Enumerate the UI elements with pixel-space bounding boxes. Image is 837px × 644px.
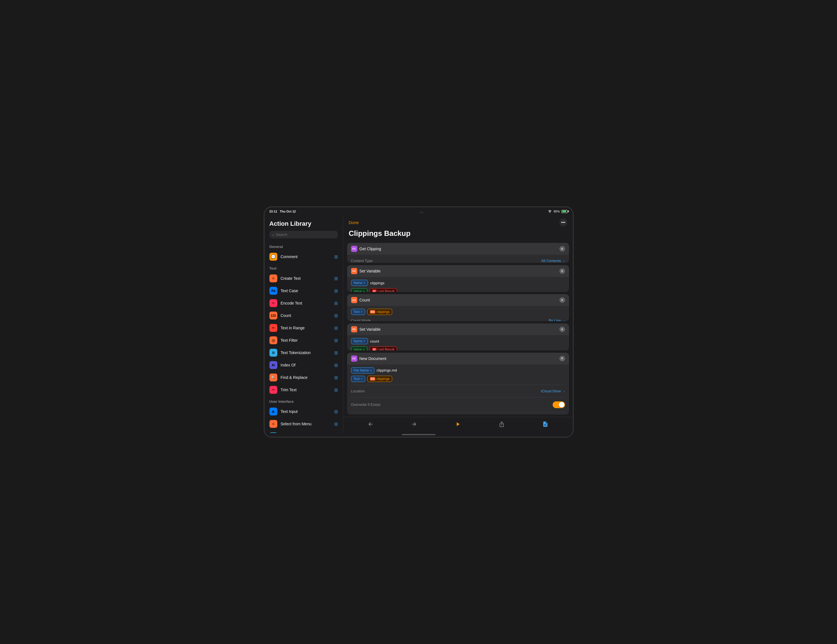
back-button[interactable] xyxy=(366,420,375,429)
value-tag-2: Value > xyxy=(351,346,368,350)
action-card-get-clipping: FX Get Clipping ✕ Content Type All Conte… xyxy=(347,243,569,263)
count-mode-value[interactable]: By Line ⌄ xyxy=(549,318,565,321)
sidebar-item-text-case[interactable]: Aa Text Case ⊞ xyxy=(264,285,343,297)
g-badge-1: G xyxy=(372,290,376,292)
text-tag-2: Text > xyxy=(351,376,365,382)
add-icon-10: ⊞ xyxy=(334,375,338,380)
text-case-label: Text Case xyxy=(281,288,331,293)
more-button[interactable]: ••• xyxy=(560,218,567,226)
set-var-1-close[interactable]: ✕ xyxy=(560,268,565,274)
sidebar-item-comment[interactable]: 💬 Comment ⊞ xyxy=(264,251,343,263)
action-card-new-document: FX New Document ✕ File Name > clippings.… xyxy=(347,353,569,415)
overwrite-toggle[interactable] xyxy=(553,401,565,408)
last-result-label-2: Last Result xyxy=(377,347,394,350)
new-document-close[interactable]: ✕ xyxy=(560,356,565,361)
content-type-value[interactable]: All Contents ⌄ xyxy=(541,259,565,263)
set-var-2-value-row: Value > G Last Result xyxy=(351,346,565,350)
status-time: 23:11 Thu Oct 12 xyxy=(269,210,296,213)
panel-header: Done ••• xyxy=(343,216,573,229)
bottom-toolbar xyxy=(343,417,573,433)
right-panel: Done ••• Clippings Backup FX Get Clippin… xyxy=(343,216,573,433)
play-button[interactable] xyxy=(453,420,463,429)
set-variable-2-body: Name > count Value > G Last Result xyxy=(347,335,569,350)
index-of-label: Index Of xyxy=(281,363,331,367)
text-input-label: Text Input xyxy=(281,409,331,414)
sidebar-header: Action Library ⌕ xyxy=(264,216,343,241)
set-var-2-name-row: Name > count xyxy=(351,338,565,344)
add-icon-4: ⊞ xyxy=(334,301,338,306)
count-text-row: Text > FX clippings xyxy=(351,309,565,315)
count-close[interactable]: ✕ xyxy=(560,297,565,303)
get-clipping-body: Content Type All Contents ⌄ xyxy=(347,255,569,263)
section-label-general: General xyxy=(264,241,343,251)
count-mode-label: Count Mode xyxy=(351,318,371,321)
text-case-icon: Aa xyxy=(269,287,277,295)
comment-label: Comment xyxy=(281,254,331,259)
sidebar-item-text-in-range[interactable]: ✏ Text in Range ⊞ xyxy=(264,322,343,334)
section-label-text: Text xyxy=(264,263,343,272)
create-text-label: Create Text xyxy=(281,276,331,280)
clippings-value: clippings xyxy=(370,281,384,285)
forward-button[interactable] xyxy=(409,420,419,429)
get-clipping-name: Get Clipping xyxy=(359,247,557,251)
clippings-tag-label: clippings xyxy=(376,310,390,314)
set-var-2-close[interactable]: ✕ xyxy=(560,326,565,332)
get-clipping-close[interactable]: ✕ xyxy=(560,246,565,252)
clippings-tag-label-2: clippings xyxy=(376,377,390,381)
count-action-name: Count xyxy=(359,298,557,302)
find-replace-label: Find & Replace xyxy=(281,375,331,380)
filename-value: clippings.md xyxy=(377,368,397,372)
fx-badge-2: FX xyxy=(370,377,376,380)
panel-title: Clippings Backup xyxy=(343,229,573,241)
battery-percentage: 80% xyxy=(553,210,560,213)
set-var-1-icon-text: FX xyxy=(353,270,356,272)
add-icon-11: ⊞ xyxy=(334,387,338,393)
new-document-name: New Document xyxy=(359,356,557,361)
find-replace-icon: 🔍 xyxy=(269,374,277,382)
done-button[interactable]: Done xyxy=(349,220,359,225)
sidebar-item-select-menu[interactable]: ≡ Select from Menu ⊞ xyxy=(264,418,343,430)
add-icon-7: ⊞ xyxy=(334,338,338,343)
name-tag-2: Name > xyxy=(351,338,368,344)
location-value[interactable]: iCloud Drive ⌄ xyxy=(541,389,565,393)
sidebar-item-find-replace[interactable]: 🔍 Find & Replace ⊞ xyxy=(264,371,343,383)
search-bar[interactable]: ⌕ xyxy=(269,231,338,238)
text-filter-label: Text Filter xyxy=(281,338,331,342)
new-document-body: File Name > clippings.md Text > FX clipp… xyxy=(347,364,569,415)
fx-badge-1: FX xyxy=(370,310,376,313)
action-header-new-document: FX New Document ✕ xyxy=(347,353,569,364)
count-icon-text: 123 xyxy=(352,299,356,302)
encode-text-icon: ✂ xyxy=(269,299,277,307)
set-variable-1-icon: FX xyxy=(351,268,357,274)
count-body: Text > FX clippings Count Mode By Line ⌄ xyxy=(347,306,569,321)
battery-icon xyxy=(561,210,568,213)
set-variable-1-body: Name > clippings Value > G Last Result xyxy=(347,277,569,292)
count-action-icon: 123 xyxy=(351,297,357,303)
name-tag: Name > xyxy=(351,280,368,286)
chevron-down-icon-3: ⌄ xyxy=(563,390,565,393)
sidebar-item-show-alert[interactable]: ! Show Alert ⊞ xyxy=(264,430,343,433)
add-icon-3: ⊞ xyxy=(334,288,338,293)
filename-row: File Name > clippings.md xyxy=(351,367,565,374)
sidebar-item-create-text[interactable]: ≡ Create Text ⊞ xyxy=(264,272,343,285)
search-input[interactable] xyxy=(276,233,335,237)
sidebar-item-index-of[interactable]: AI Index Of ⊞ xyxy=(264,359,343,371)
actions-list: FX Get Clipping ✕ Content Type All Conte… xyxy=(343,241,573,417)
device-frame: 23:11 Thu Oct 12 ... 80% Action Library … xyxy=(264,206,573,438)
main-content: Action Library ⌕ General 💬 Comment ⊞ Tex… xyxy=(264,216,573,433)
text-tokenization-icon: ⊞ xyxy=(269,349,277,357)
sidebar-item-trim-text[interactable]: ✂ Trim Text ⊞ xyxy=(264,383,343,396)
status-center: ... xyxy=(420,210,424,213)
sidebar-item-text-tokenization[interactable]: ⊞ Text Tokenization ⊞ xyxy=(264,346,343,359)
sidebar-item-count[interactable]: 123 Count ⊞ xyxy=(264,309,343,322)
sidebar-item-text-input[interactable]: A Text Input ⊞ xyxy=(264,405,343,418)
comment-icon: 💬 xyxy=(269,253,277,261)
location-label: Location xyxy=(351,389,365,393)
share-button[interactable] xyxy=(497,420,507,429)
document-button[interactable] xyxy=(540,420,550,429)
sidebar-item-text-filter[interactable]: ◎ Text Filter ⊞ xyxy=(264,334,343,346)
sidebar-item-encode-text[interactable]: ✂ Encode Text ⊞ xyxy=(264,297,343,309)
divider-1 xyxy=(351,385,565,385)
add-icon-13: ⊞ xyxy=(334,421,338,427)
trim-text-label: Trim Text xyxy=(281,388,331,392)
